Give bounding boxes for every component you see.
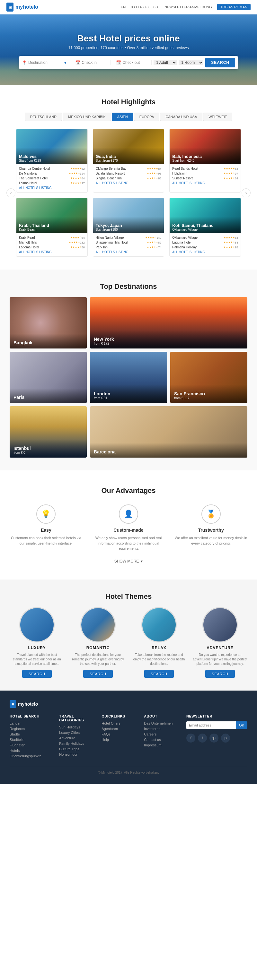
theme-search-button[interactable]: SEARCH: [83, 670, 113, 678]
googleplus-icon[interactable]: g+: [209, 733, 219, 743]
highlight-price: Okkamaru Village: [172, 228, 238, 231]
all-hotels-link[interactable]: ALL HOTELS LISTING: [172, 181, 238, 185]
destination-card[interactable]: Bangkok: [10, 297, 87, 348]
all-hotels-link[interactable]: ALL HOTELS LISTING: [172, 250, 238, 254]
hotel-stars: ★★★★☆: [70, 236, 81, 239]
hotel-stars: ★★★☆☆: [147, 246, 158, 249]
list-item[interactable]: Impressum: [144, 743, 180, 747]
list-item[interactable]: Agenturen: [102, 727, 137, 731]
adults-select[interactable]: 1 Adult 2 Adults 3 Adults: [153, 60, 177, 65]
facebook-icon[interactable]: f: [186, 733, 195, 743]
tab-asien[interactable]: ASIEN: [112, 113, 133, 121]
hotel-reviews: 84: [81, 177, 85, 180]
list-item[interactable]: Regionen: [10, 727, 53, 731]
theme-card: RELAX Take a break from the routine and …: [132, 607, 186, 678]
highlight-label: Koh Samui, Thailand Okkamaru Village: [170, 216, 241, 233]
highlight-hotels: Champa Centre Hotel ★★★★★ 62 De Mandora …: [16, 164, 88, 192]
list-item[interactable]: Stadtteile: [10, 738, 53, 741]
destination-overlay: Bangkok: [10, 334, 87, 348]
hotel-name: Holidayinn: [172, 172, 223, 175]
destination-overlay: Istanbul from € 0: [10, 439, 87, 458]
list-item[interactable]: FAQs: [102, 732, 137, 736]
all-hotels-link[interactable]: ALL HOTELS LISTING: [19, 186, 85, 189]
tab-weltweit[interactable]: WELTWEIT: [203, 113, 232, 121]
pinterest-icon[interactable]: p: [221, 733, 230, 743]
carousel-prev-button[interactable]: ‹: [6, 188, 15, 197]
theme-search-button[interactable]: SEARCH: [144, 670, 174, 678]
hotel-stars: ★★★★☆: [145, 236, 156, 239]
carousel-next-button[interactable]: ›: [241, 188, 251, 197]
all-hotels-link[interactable]: ALL HOTELS LISTING: [19, 250, 85, 254]
checkout-field[interactable]: 📅: [113, 60, 152, 65]
footer-logo-text: myhotelo: [18, 702, 38, 706]
all-hotels-link[interactable]: ALL HOTELS LISTING: [96, 181, 161, 185]
destination-card[interactable]: London from € 91: [90, 352, 167, 403]
search-button[interactable]: SEARCH: [205, 58, 235, 67]
list-item[interactable]: Culture Trips: [59, 747, 95, 751]
destination-card[interactable]: San Francisco from € 117: [170, 352, 247, 403]
tab-canada[interactable]: CANADA UND USA: [160, 113, 203, 121]
destination-card[interactable]: Paris: [10, 352, 87, 403]
list-item[interactable]: Hotel Offers: [102, 721, 137, 725]
tab-deutschland[interactable]: DEUTSCHLAND: [25, 113, 62, 121]
list-item[interactable]: Das Unternehmen: [144, 721, 180, 725]
destination-field[interactable]: 📍 ▾: [22, 60, 70, 65]
all-hotels-link[interactable]: ALL HOTELS LISTING: [96, 250, 161, 254]
list-item: Holidayinn ★★★★☆ 97: [172, 172, 238, 175]
rooms-select[interactable]: 1 Room 2 Rooms: [179, 60, 203, 65]
highlight-image: Goa, India Start from €170: [93, 129, 164, 164]
newsletter-email-input[interactable]: [186, 721, 236, 729]
list-item[interactable]: Contact us: [144, 738, 180, 741]
list-item[interactable]: Hotels: [10, 749, 53, 752]
advantage-item: 💡 Easy Customers can book their selected…: [10, 504, 83, 551]
theme-image: [19, 607, 54, 643]
highlights-tabs: DEUTSCHLAND MEXICO UND KARIBIK ASIEN EUR…: [10, 113, 247, 121]
hotel-name: Palmeha Holiday: [172, 245, 223, 249]
twitter-icon[interactable]: t: [198, 733, 207, 743]
newsletter-link[interactable]: NEWSLETTER ANMELDUNG: [164, 5, 212, 9]
highlight-destination: Bali, Indonesia: [172, 154, 238, 159]
list-item[interactable]: Adventure: [59, 736, 95, 740]
newsletter-submit-button[interactable]: OK: [236, 721, 247, 729]
destination-card[interactable]: New York from € 172: [90, 297, 247, 348]
language-selector[interactable]: EN: [121, 5, 126, 9]
theme-search-button[interactable]: SEARCH: [22, 670, 52, 678]
list-item[interactable]: Careers: [144, 732, 180, 736]
user-button[interactable]: TOBIAS ROMAN: [217, 4, 251, 10]
hotel-name: Marriott Hills: [19, 241, 69, 244]
checkin-input[interactable]: [81, 60, 107, 65]
show-more-button[interactable]: SHOW MORE ▾: [10, 559, 247, 563]
list-item[interactable]: Sun Holidays: [59, 725, 95, 729]
advantage-desc: We offer an excellent value for money de…: [174, 535, 247, 546]
hotel-name: Sunset Resort: [172, 177, 223, 180]
list-item[interactable]: Länder: [10, 721, 53, 725]
tab-europa[interactable]: EUROPA: [134, 113, 160, 121]
hotel-name: De Mandora: [19, 172, 69, 175]
checkout-input[interactable]: [122, 60, 148, 65]
highlight-hotels: Hilton Narita Village ★★★★☆ 140 Shappeni…: [93, 233, 164, 256]
footer-col-list: Sun HolidaysLuxury CitiesAdventureFamily…: [59, 725, 95, 756]
list-item[interactable]: Flughafen: [10, 743, 53, 747]
hotel-stars: ★★★★☆: [70, 181, 81, 185]
list-item[interactable]: Help: [102, 738, 137, 741]
list-item[interactable]: Investoren: [144, 727, 180, 731]
list-item: Marriott Hills ★★★★☆ 132: [19, 241, 85, 244]
destination-overlay: London from € 91: [90, 385, 167, 403]
list-item[interactable]: Family Holidays: [59, 741, 95, 745]
footer-logo-icon: ▣: [10, 700, 16, 708]
destination-card[interactable]: Barcelona: [90, 406, 247, 458]
list-item[interactable]: Orientierungspunkte: [10, 754, 53, 758]
destination-card[interactable]: Istanbul from € 0: [10, 406, 87, 458]
theme-search-button[interactable]: SEARCH: [205, 670, 235, 678]
tab-mexico[interactable]: MEXICO UND KARIBIK: [63, 113, 111, 121]
themes-grid: LUXURY Travel planned with the best stan…: [10, 607, 247, 678]
list-item[interactable]: Luxury Cities: [59, 731, 95, 735]
logo[interactable]: ▣ myhotelo: [6, 3, 38, 11]
footer-logo[interactable]: ▣ myhotelo: [10, 700, 247, 708]
list-item[interactable]: Städte: [10, 732, 53, 736]
destination-overlay: San Francisco from € 117: [170, 385, 247, 403]
destination-price: from € 91: [94, 396, 163, 400]
checkin-field[interactable]: 📅: [72, 60, 111, 65]
list-item[interactable]: Honeymoon: [59, 752, 95, 756]
destination-input[interactable]: [28, 60, 63, 65]
